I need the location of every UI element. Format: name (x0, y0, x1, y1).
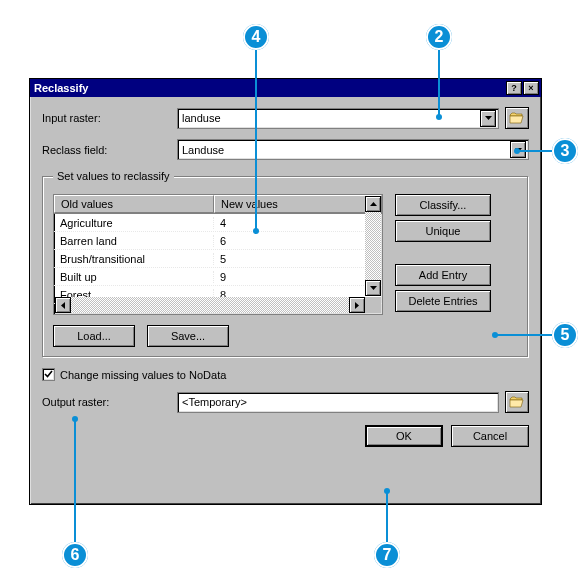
input-raster-label: Input raster: (42, 112, 177, 124)
callout-2: 2 (426, 24, 452, 50)
unique-button[interactable]: Unique (395, 220, 491, 242)
nodata-checkbox[interactable] (42, 368, 55, 381)
folder-open-icon (509, 395, 525, 409)
list-row[interactable]: Built up9 (54, 268, 382, 286)
load-save-row: Load... Save... (53, 325, 518, 347)
callout-dot (384, 488, 390, 494)
callout-7: 7 (374, 542, 400, 568)
scroll-track[interactable] (71, 297, 349, 313)
callout-line (255, 50, 257, 230)
input-raster-browse-button[interactable] (505, 107, 529, 129)
callout-dot (253, 228, 259, 234)
output-raster-value: <Temporary> (182, 396, 496, 408)
list-row[interactable]: Brush/transitional5 (54, 250, 382, 268)
callout-4: 4 (243, 24, 269, 50)
callout-6: 6 (62, 542, 88, 568)
output-raster-browse-button[interactable] (505, 391, 529, 413)
dialog-body: Input raster: landuse Reclass field: Lan… (30, 97, 541, 457)
scroll-up-button[interactable] (365, 196, 381, 212)
scroll-track[interactable] (365, 212, 381, 280)
save-button[interactable]: Save... (147, 325, 229, 347)
callout-dot (72, 416, 78, 422)
scroll-down-button[interactable] (365, 280, 381, 296)
checkmark-icon (44, 370, 53, 379)
callout-dot (436, 114, 442, 120)
callout-line (438, 50, 440, 116)
set-values-group: Set values to reclassify Old values New … (42, 170, 529, 358)
reclass-field-label: Reclass field: (42, 144, 177, 156)
callout-5: 5 (552, 322, 578, 348)
scroll-right-button[interactable] (349, 297, 365, 313)
callout-3: 3 (552, 138, 578, 164)
reclass-field-combo[interactable]: Landuse (177, 139, 529, 160)
reclassify-dialog: Reclassify ? × Input raster: landuse Rec… (29, 78, 542, 505)
delete-entries-button[interactable]: Delete Entries (395, 290, 491, 312)
nodata-checkbox-row: Change missing values to NoData (42, 368, 529, 381)
callout-line (74, 420, 76, 544)
output-raster-label: Output raster: (42, 396, 177, 408)
cancel-button[interactable]: Cancel (451, 425, 529, 447)
horizontal-scrollbar[interactable] (55, 297, 365, 313)
callout-line (496, 334, 554, 336)
classify-button[interactable]: Classify... (395, 194, 491, 216)
ok-button[interactable]: OK (365, 425, 443, 447)
values-listbox[interactable]: Old values New values Agriculture4 Barre… (53, 194, 383, 315)
dialog-title: Reclassify (34, 82, 505, 94)
side-buttons: Classify... Unique Add Entry Delete Entr… (395, 194, 491, 315)
list-row[interactable]: Agriculture4 (54, 214, 382, 232)
nodata-checkbox-label: Change missing values to NoData (60, 369, 226, 381)
reclass-field-value: Landuse (182, 144, 510, 156)
titlebar: Reclassify ? × (30, 79, 541, 97)
input-raster-row: Input raster: landuse (42, 107, 529, 129)
load-button[interactable]: Load... (53, 325, 135, 347)
scroll-left-button[interactable] (55, 297, 71, 313)
bottom-buttons: OK Cancel (42, 425, 529, 447)
list-row[interactable]: Barren land6 (54, 232, 382, 250)
output-raster-row: Output raster: <Temporary> (42, 391, 529, 413)
callout-dot (514, 148, 520, 154)
input-raster-combo[interactable]: landuse (177, 108, 499, 129)
callout-line (518, 150, 554, 152)
input-raster-dropdown-arrow[interactable] (480, 110, 496, 127)
callout-dot (492, 332, 498, 338)
vertical-scrollbar[interactable] (365, 196, 381, 296)
folder-open-icon (509, 111, 525, 125)
header-old-values[interactable]: Old values (54, 195, 214, 213)
help-button[interactable]: ? (506, 81, 522, 95)
header-new-values[interactable]: New values (214, 195, 382, 213)
output-raster-input[interactable]: <Temporary> (177, 392, 499, 413)
list-headers: Old values New values (54, 195, 382, 214)
scroll-corner (365, 297, 381, 313)
close-button[interactable]: × (523, 81, 539, 95)
add-entry-button[interactable]: Add Entry (395, 264, 491, 286)
callout-line (386, 492, 388, 544)
group-legend: Set values to reclassify (53, 170, 174, 182)
reclass-field-row: Reclass field: Landuse (42, 139, 529, 160)
